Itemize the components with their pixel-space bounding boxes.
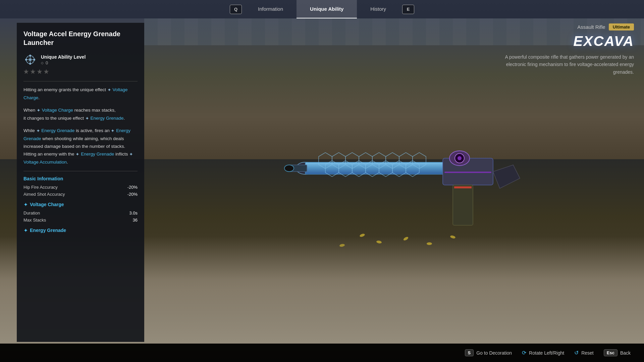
max-stacks-value: 36	[133, 218, 138, 223]
svg-rect-24	[454, 186, 472, 188]
duration-row: Duration 3.0s	[23, 210, 138, 216]
hip-fire-accuracy-label: Hip Fire Accuracy	[23, 185, 58, 190]
svg-point-31	[403, 236, 409, 241]
ability-level-label: Unique Ability Level	[41, 54, 86, 60]
right-info: Assault Rifle Ultimate EXCAVA A powerful…	[493, 23, 634, 76]
effect-icon-4: ✦	[36, 127, 40, 135]
star-4	[44, 69, 49, 74]
tab-history[interactable]: History	[357, 0, 399, 18]
energy-grenade-link-2[interactable]: Energy Grenade	[41, 128, 74, 133]
e-key: E	[402, 5, 414, 14]
svg-rect-28	[444, 172, 491, 173]
back-key: Esc	[604, 349, 618, 356]
energy-grenade-link-4[interactable]: Energy Grenade	[81, 152, 114, 157]
duration-label: Duration	[23, 210, 40, 216]
desc-para-2: When ✦ Voltage Charge reaches max stacks…	[23, 107, 138, 123]
star-row	[23, 69, 138, 74]
svg-point-44	[29, 58, 32, 61]
voltage-charge-link-2[interactable]: Voltage Charge	[42, 108, 73, 113]
svg-point-34	[339, 243, 345, 247]
bottom-bar: S Go to Decoration ⟳ Rotate Left/Right ↺…	[0, 344, 644, 362]
basic-info-header: Basic Information	[23, 176, 138, 181]
reset-icon: ↺	[574, 350, 579, 356]
ability-level-sub: ◇ 0	[41, 60, 86, 65]
svg-point-27	[284, 165, 294, 172]
weapon-title: Voltage Accel Energy Grenade Launcher	[23, 29, 138, 47]
ability-level-number: 0	[46, 60, 48, 65]
svg-point-22	[458, 156, 462, 160]
desc-p4-isactive: is active, fires an	[76, 128, 110, 133]
back-action[interactable]: Esc Back	[604, 349, 631, 356]
top-nav: Q Information Unique Ability History E	[0, 0, 644, 18]
max-stacks-row: Max Stacks 36	[23, 218, 138, 223]
weapon-description: A powerful composite rifle that gathers …	[493, 53, 634, 76]
effect-icon-3: ✦	[85, 115, 89, 123]
star-2	[30, 69, 36, 74]
desc-p3-before: it changes to the unique effect	[23, 116, 84, 121]
svg-point-39	[33, 59, 35, 61]
svg-point-37	[29, 63, 31, 65]
svg-point-36	[29, 55, 31, 57]
tab-information[interactable]: Information	[245, 0, 297, 18]
ability-icon	[23, 53, 37, 66]
rotate-label: Rotate Left/Right	[529, 350, 564, 356]
svg-rect-23	[453, 185, 473, 225]
ultimate-badge: Ultimate	[609, 23, 634, 31]
svg-point-29	[359, 233, 365, 237]
effect-icon-6: ✦	[75, 150, 79, 159]
q-key: Q	[230, 5, 242, 14]
weapon-name: EXCAVA	[493, 33, 634, 49]
svg-point-38	[25, 59, 27, 61]
star-1	[23, 69, 29, 74]
reset-action: ↺ Reset	[574, 350, 594, 356]
divider-2	[23, 171, 138, 171]
effect-icon-5: ✦	[111, 127, 115, 135]
back-label: Back	[620, 350, 631, 356]
svg-marker-25	[493, 165, 520, 188]
rotate-action: ⟳ Rotate Left/Right	[522, 350, 564, 356]
desc-para-1: Hitting an enemy grants the unique effec…	[23, 86, 138, 102]
svg-point-30	[376, 240, 382, 244]
reset-label: Reset	[581, 350, 594, 356]
desc-p1-text: Hitting an enemy grants the unique effec…	[23, 87, 106, 92]
energy-grenade-section-header: ✦ Energy Grenade	[23, 227, 138, 234]
hip-fire-accuracy-value: -20%	[127, 185, 138, 190]
desc-para-3: While ✦ Energy Grenade is active, fires …	[23, 127, 138, 166]
divider-1	[23, 81, 138, 81]
weapon-type-row: Assault Rifle Ultimate	[493, 23, 634, 31]
energy-grenade-icon: ✦	[23, 227, 28, 234]
diamond-icon: ◇	[41, 61, 44, 65]
effect-icon-2: ✦	[37, 107, 41, 115]
go-to-decoration-label: Go to Decoration	[476, 350, 512, 356]
max-stacks-label: Max Stacks	[23, 218, 46, 223]
aimed-shot-accuracy-value: -20%	[127, 192, 138, 197]
svg-point-33	[450, 235, 456, 239]
ability-level-row: Unique Ability Level ◇ 0	[23, 53, 138, 66]
aimed-shot-accuracy-label: Aimed Shot Accuracy	[23, 192, 65, 197]
go-to-decoration-action: S Go to Decoration	[465, 349, 512, 356]
go-to-decoration-key: S	[465, 349, 474, 356]
tab-unique-ability[interactable]: Unique Ability	[297, 0, 357, 18]
duration-value: 3.0s	[129, 210, 138, 216]
nav-tabs: Q Information Unique Ability History E	[227, 0, 417, 18]
effect-icon-1: ✦	[107, 86, 111, 94]
weapon-type-label: Assault Rifle	[577, 24, 605, 30]
energy-grenade-section-title[interactable]: Energy Grenade	[30, 228, 66, 233]
desc-p4-inflicts: inflicts	[115, 152, 128, 157]
voltage-accumulation-link[interactable]: Voltage Accumulation	[23, 160, 67, 165]
voltage-charge-section-header: ✦ Voltage Charge	[23, 201, 138, 208]
rotate-icon: ⟳	[522, 350, 526, 356]
svg-point-32	[427, 242, 432, 245]
hip-fire-accuracy-row: Hip Fire Accuracy -20%	[23, 185, 138, 190]
desc-p2-after: reaches max stacks,	[74, 108, 116, 113]
desc-p4-while: While	[23, 128, 35, 133]
left-panel: Voltage Accel Energy Grenade Launcher Un…	[17, 23, 144, 342]
effect-icon-7: ✦	[129, 150, 133, 159]
aimed-shot-accuracy-row: Aimed Shot Accuracy -20%	[23, 192, 138, 197]
voltage-charge-section-title[interactable]: Voltage Charge	[30, 202, 64, 207]
voltage-charge-icon: ✦	[23, 201, 28, 208]
energy-grenade-link-1[interactable]: Energy Grenade	[90, 116, 123, 121]
star-3	[37, 69, 42, 74]
desc-p2-when: When	[23, 108, 35, 113]
